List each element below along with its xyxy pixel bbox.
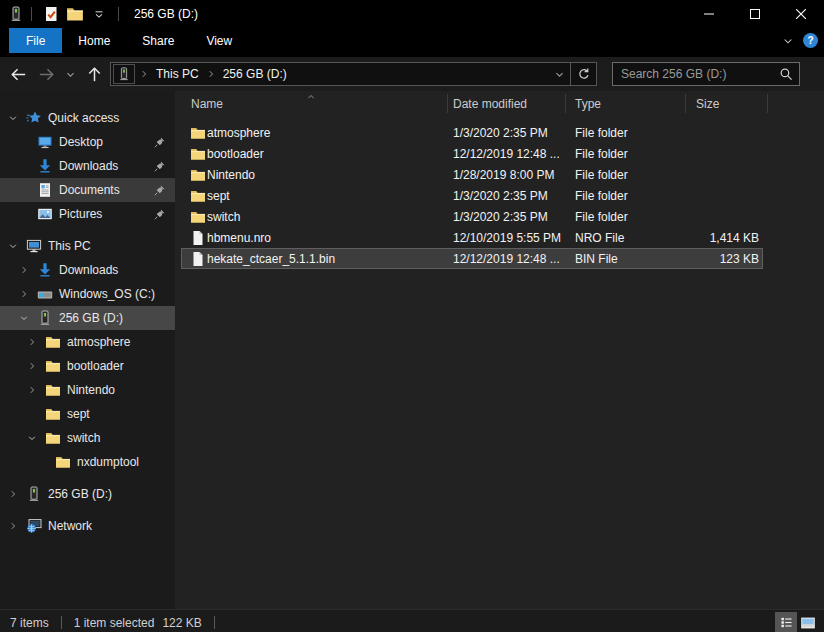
recent-locations-chevron-icon[interactable] (60, 60, 80, 88)
file-size: 123 KB (685, 252, 761, 266)
chevron-right-icon[interactable] (27, 385, 37, 395)
column-divider[interactable] (685, 94, 686, 113)
chevron-down-icon[interactable] (8, 113, 18, 123)
chevron-right-icon[interactable] (19, 289, 29, 299)
chevron-right-icon[interactable] (27, 361, 37, 371)
sidebar-item-label: Pictures (59, 207, 102, 221)
sidebar-item-downloads[interactable]: Downloads (0, 154, 175, 178)
minimize-button[interactable] (686, 0, 732, 28)
expand-ribbon-chevron-icon[interactable] (781, 34, 795, 48)
back-button[interactable] (4, 60, 32, 88)
pictures-icon (37, 206, 53, 222)
forward-button[interactable] (32, 60, 60, 88)
sidebar-item-documents[interactable]: Documents (0, 178, 175, 202)
column-divider[interactable] (767, 94, 768, 113)
chevron-right-icon[interactable] (27, 337, 37, 347)
chevron-right-icon[interactable] (8, 489, 18, 499)
column-divider[interactable] (565, 94, 566, 113)
sidebar-item-bootloader[interactable]: bootloader (0, 354, 175, 378)
sidebar-item-nxdumptool[interactable]: nxdumptool (0, 450, 175, 474)
location-icon-box[interactable] (113, 64, 135, 84)
file-list-pane: Name Date modified Type Size atmosphere … (175, 91, 824, 609)
sidebar-item-windows-os-c[interactable]: Windows_OS (C:) (0, 282, 175, 306)
column-header-name[interactable]: Name (191, 97, 223, 111)
chevron-down-icon[interactable] (19, 313, 29, 323)
usb-drive-icon (117, 67, 131, 81)
sidebar-item-this-pc[interactable]: This PC (0, 234, 175, 258)
folder-icon[interactable] (66, 5, 84, 23)
sidebar-item-quick-access[interactable]: Quick access (0, 106, 175, 130)
tab-share[interactable]: Share (126, 28, 190, 53)
sidebar-item-label: atmosphere (67, 335, 130, 349)
tab-file[interactable]: File (9, 28, 62, 53)
maximize-button[interactable] (732, 0, 778, 28)
file-name: hbmenu.nro (207, 231, 453, 245)
sidebar-item-switch[interactable]: switch (0, 426, 175, 450)
pin-icon[interactable] (153, 184, 166, 197)
sidebar-item-sept[interactable]: sept (0, 402, 175, 426)
file-size: 1,414 KB (685, 231, 761, 245)
folder-icon (190, 125, 206, 141)
help-icon[interactable]: ? (803, 33, 818, 48)
column-divider[interactable] (447, 94, 448, 113)
file-type: File folder (575, 147, 685, 161)
chevron-down-icon[interactable] (27, 433, 37, 443)
chevron-placeholder (19, 137, 29, 147)
sidebar-item-desktop[interactable]: Desktop (0, 130, 175, 154)
tab-home[interactable]: Home (62, 28, 126, 53)
qat-dropdown-icon[interactable] (90, 5, 108, 23)
selection-size: 122 KB (162, 616, 201, 630)
sidebar-item-256-gb-d[interactable]: 256 GB (D:) (0, 482, 175, 506)
document-icon (37, 182, 53, 198)
sidebar-item-nintendo[interactable]: Nintendo (0, 378, 175, 402)
address-bar[interactable]: This PC 256 GB (D:) (110, 62, 597, 86)
refresh-icon[interactable] (570, 63, 596, 85)
breadcrumb-current-drive[interactable]: 256 GB (D:) (216, 63, 294, 85)
column-header-type[interactable]: Type (575, 97, 601, 111)
sidebar-item-label: Nintendo (67, 383, 115, 397)
pin-icon[interactable] (153, 208, 166, 221)
chevron-down-icon[interactable] (8, 241, 18, 251)
sidebar-item-256-gb-d[interactable]: 256 GB (D:) (0, 306, 175, 330)
chevron-placeholder (27, 409, 37, 419)
breadcrumb-chevron-icon[interactable] (139, 69, 149, 79)
chevron-right-icon[interactable] (8, 521, 18, 531)
table-row-hbmenu-nro[interactable]: hbmenu.nro 12/10/2019 5:55 PM NRO File 1… (181, 227, 763, 248)
column-header-size[interactable]: Size (696, 97, 719, 111)
address-dropdown-chevron-icon[interactable] (548, 63, 570, 85)
items-count: 7 items (10, 616, 49, 630)
pin-icon[interactable] (153, 136, 166, 149)
sidebar-item-label: Downloads (59, 263, 118, 277)
close-button[interactable] (778, 0, 824, 28)
breadcrumb-this-pc[interactable]: This PC (149, 63, 206, 85)
table-row-sept[interactable]: sept 1/3/2020 2:35 PM File folder (181, 185, 763, 206)
selection-count: 1 item selected (74, 616, 155, 630)
search-box (612, 62, 800, 86)
folder-icon (190, 209, 206, 225)
table-row-nintendo[interactable]: Nintendo 1/28/2019 8:00 PM File folder (181, 164, 763, 185)
sidebar-item-downloads[interactable]: Downloads (0, 258, 175, 282)
tab-view[interactable]: View (190, 28, 248, 53)
table-row-bootloader[interactable]: bootloader 12/12/2019 12:48 ... File fol… (181, 143, 763, 164)
breadcrumb-chevron-icon[interactable] (206, 69, 216, 79)
pin-icon[interactable] (153, 160, 166, 173)
column-headers: Name Date modified Type Size (175, 91, 824, 115)
up-button[interactable] (80, 60, 108, 88)
table-row-switch[interactable]: switch 1/3/2020 2:35 PM File folder (181, 206, 763, 227)
thumbnail-view-icon[interactable] (797, 612, 819, 632)
column-header-date-modified[interactable]: Date modified (453, 97, 527, 111)
chevron-right-icon[interactable] (19, 265, 29, 275)
folder-icon (45, 406, 61, 422)
table-row-atmosphere[interactable]: atmosphere 1/3/2020 2:35 PM File folder (181, 122, 763, 143)
sidebar-item-atmosphere[interactable]: atmosphere (0, 330, 175, 354)
sidebar-item-pictures[interactable]: Pictures (0, 202, 175, 226)
sidebar-item-label: switch (67, 431, 100, 445)
search-icon[interactable] (779, 67, 793, 81)
details-view-icon[interactable] (775, 612, 797, 632)
file-type: BIN File (575, 252, 685, 266)
search-input[interactable] (612, 62, 800, 86)
table-row-hekate-ctcaer-5-1-1-bin[interactable]: hekate_ctcaer_5.1.1.bin 12/12/2019 12:48… (181, 248, 763, 269)
sidebar-item-network[interactable]: Network (0, 514, 175, 538)
title-bar: 256 GB (D:) (0, 0, 824, 28)
check-document-icon[interactable] (42, 5, 60, 23)
